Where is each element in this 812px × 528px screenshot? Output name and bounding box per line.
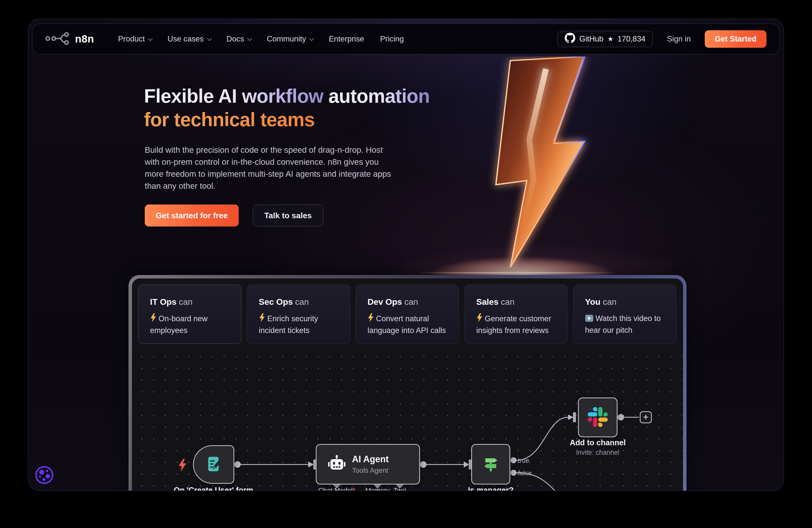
bolt-icon xyxy=(150,313,157,325)
chevron-down-icon xyxy=(309,36,314,41)
workflow-showcase: IT Ops can On-board new employees Sec Op… xyxy=(129,275,686,490)
tab-title-bold: Dev Ops xyxy=(367,297,402,307)
tab-sec-ops[interactable]: Sec Ops can Enrich security incident tic… xyxy=(247,284,350,344)
bolt-icon xyxy=(367,313,374,325)
workflow-canvas[interactable]: On 'Create User' form xyxy=(132,349,682,490)
n8n-logo[interactable]: n8n xyxy=(45,31,94,47)
talk-to-sales-button[interactable]: Talk to sales xyxy=(253,205,323,226)
n8n-logo-icon xyxy=(45,31,71,47)
tab-desc-text: Generate customer insights from reviews xyxy=(476,314,551,335)
signpost-icon xyxy=(482,455,499,473)
lightning-bolt-illustration xyxy=(430,57,615,272)
form-icon xyxy=(205,456,222,473)
chevron-down-icon xyxy=(207,36,212,41)
node-label-slack: Add to channel xyxy=(548,438,648,447)
tab-title-bold: Sec Ops xyxy=(259,297,293,307)
nav-right: GitHub ★ 170,834 Sign in Get Started xyxy=(557,30,767,48)
tab-it-ops[interactable]: IT Ops can On-board new employees xyxy=(138,284,242,344)
nav-item-use-cases[interactable]: Use cases xyxy=(168,34,211,44)
chevron-down-icon xyxy=(148,36,153,41)
node-label-ai-agent: AI Agent xyxy=(352,454,389,465)
add-node-button[interactable]: + xyxy=(640,411,652,423)
node-form-trigger[interactable] xyxy=(193,445,234,484)
output-label-false: false xyxy=(518,469,532,477)
bolt-icon xyxy=(259,313,265,325)
chat-widget-button[interactable] xyxy=(35,466,54,484)
node-sublabel-ai-agent: Tools Agent xyxy=(352,467,389,474)
star-icon: ★ xyxy=(608,35,613,43)
github-star-count: 170,834 xyxy=(618,34,646,44)
site-panel: n8n Product Use cases Docs Community Ent… xyxy=(29,19,783,490)
node-ai-agent[interactable]: AI Agent Tools Agent xyxy=(316,444,420,484)
nav-item-enterprise[interactable]: Enterprise xyxy=(329,34,364,44)
nav-item-label: Docs xyxy=(227,34,244,44)
nav-item-label: Pricing xyxy=(380,34,404,44)
tab-dev-ops[interactable]: Dev Ops can Convert natural language int… xyxy=(356,284,459,344)
port-tool: Tool xyxy=(385,487,415,490)
tab-desc-text: Watch this video to hear our pitch xyxy=(585,314,661,335)
nav-menu: Product Use cases Docs Community Enterpr… xyxy=(118,34,404,44)
persona-tabs: IT Ops can On-board new employees Sec Op… xyxy=(132,279,682,349)
tab-desc-text: Convert natural language into API calls xyxy=(367,314,446,335)
nav-item-community[interactable]: Community xyxy=(267,34,313,44)
github-icon xyxy=(565,33,575,45)
node-label-trigger: On 'Create User' form xyxy=(154,486,274,490)
robot-icon xyxy=(328,455,346,474)
tab-title-rest: can xyxy=(176,297,192,307)
navbar: n8n Product Use cases Docs Community Ent… xyxy=(32,24,780,55)
tab-title-bold: IT Ops xyxy=(150,297,176,307)
bolt-ground-light-line xyxy=(417,272,617,274)
hero-title-accent: automation xyxy=(329,85,430,107)
nav-item-docs[interactable]: Docs xyxy=(227,34,251,44)
get-started-free-button[interactable]: Get started for free xyxy=(145,205,239,226)
tab-you[interactable]: You can Watch this video to hear our pit… xyxy=(573,284,677,344)
node-is-manager[interactable] xyxy=(471,444,510,484)
hero-title-main: Flexible AI workflow xyxy=(144,85,329,107)
tab-title-bold: Sales xyxy=(476,297,498,307)
hero-title-line2: for technical teams xyxy=(144,108,430,132)
hero-description: Build with the precision of code or the … xyxy=(145,144,395,192)
slack-icon xyxy=(588,407,608,428)
sign-in-link[interactable]: Sign in xyxy=(667,34,691,44)
github-label: GitHub xyxy=(579,34,603,44)
github-badge[interactable]: GitHub ★ 170,834 xyxy=(557,31,653,47)
nav-item-label: Community xyxy=(267,34,306,44)
node-slack[interactable] xyxy=(578,397,618,437)
hero-title: Flexible AI workflow automation for tech… xyxy=(144,85,430,132)
node-sublabel-slack: invite: channel xyxy=(548,449,648,456)
nav-item-pricing[interactable]: Pricing xyxy=(380,34,404,44)
tab-desc-text: On-board new employees xyxy=(150,314,207,335)
tab-title-rest: can xyxy=(498,297,514,307)
chevron-down-icon xyxy=(247,36,252,41)
play-icon xyxy=(585,314,594,325)
bolt-icon xyxy=(476,313,483,325)
tab-title-rest: can xyxy=(600,297,617,307)
nav-item-label: Use cases xyxy=(168,34,204,44)
tab-desc-text: Enrich security incident tickets xyxy=(259,314,318,335)
required-marker: * xyxy=(353,487,356,490)
node-label-is-manager: Is manager? xyxy=(453,486,528,490)
tab-sales[interactable]: Sales can Generate customer insights fro… xyxy=(464,284,568,344)
tab-title-rest: can xyxy=(293,297,309,307)
workflow-inner: IT Ops can On-board new employees Sec Op… xyxy=(132,279,683,490)
tab-title-bold: You xyxy=(585,297,600,307)
trigger-bolt-icon xyxy=(178,459,187,473)
tab-title-rest: can xyxy=(402,297,418,307)
output-label-true: true xyxy=(518,457,529,465)
nav-item-label: Product xyxy=(118,34,145,44)
nav-item-label: Enterprise xyxy=(329,34,364,44)
get-started-button[interactable]: Get Started xyxy=(705,30,767,48)
logo-text: n8n xyxy=(75,33,94,45)
nav-item-product[interactable]: Product xyxy=(118,34,151,44)
hero-cta-row: Get started for free Talk to sales xyxy=(145,205,323,226)
